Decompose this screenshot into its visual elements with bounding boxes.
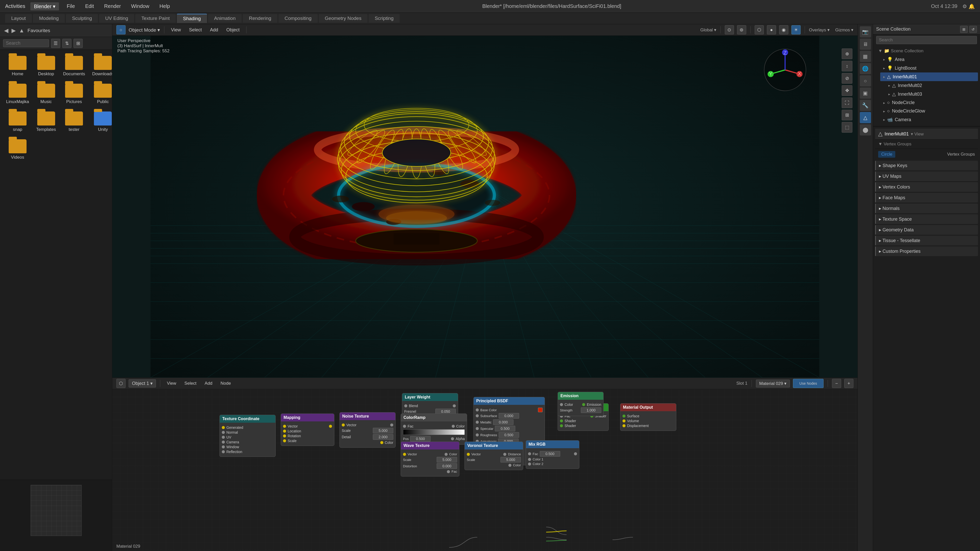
folder-home[interactable]: Home: [4, 54, 31, 79]
tab-shading[interactable]: Shading: [177, 14, 207, 23]
socket-in[interactable]: [528, 452, 531, 455]
prop-icon-output[interactable]: 🖥: [860, 38, 871, 50]
socket-out[interactable]: [222, 445, 225, 448]
node-zoom-in[interactable]: +: [844, 379, 853, 388]
render-menu[interactable]: Render: [102, 2, 124, 10]
view-tool-7[interactable]: ⬚: [842, 122, 853, 133]
value-display[interactable]: 5.000: [373, 428, 393, 433]
folder-templates[interactable]: Templates: [34, 110, 58, 134]
tab-rendering[interactable]: Rendering: [243, 14, 277, 23]
search-input[interactable]: [3, 39, 49, 47]
socket-in[interactable]: [283, 439, 286, 442]
prop-icon-world[interactable]: ○: [860, 75, 871, 86]
node-texture-coord[interactable]: Texture Coordinate Generated Normal U: [220, 415, 275, 457]
socket-out[interactable]: [222, 426, 225, 429]
snap-btn[interactable]: ⊙: [725, 25, 734, 35]
socket-out[interactable]: [447, 470, 450, 473]
prop-icon-modifier[interactable]: 🔧: [860, 100, 871, 111]
prop-header[interactable]: ▸ UV Maps: [875, 171, 978, 181]
overlays-label[interactable]: Overlays ▾: [809, 27, 830, 33]
socket-out[interactable]: [222, 436, 225, 439]
value-display[interactable]: 0.500: [410, 436, 431, 441]
blender-menu[interactable]: Blender ▾: [30, 2, 59, 11]
socket-out[interactable]: [582, 403, 585, 406]
view-tool-4[interactable]: ✥: [842, 85, 853, 96]
value-display[interactable]: 0.000: [499, 413, 519, 419]
add-menu-3d[interactable]: Add: [207, 26, 221, 34]
value-display[interactable]: 0.500: [499, 432, 519, 438]
value-display[interactable]: 0.500: [540, 451, 560, 457]
folder-videos[interactable]: Videos: [4, 137, 31, 162]
socket-out[interactable]: [445, 453, 448, 456]
socket-in[interactable]: [283, 425, 286, 428]
node-mapping[interactable]: Mapping Vector Location: [281, 413, 334, 446]
help-menu[interactable]: Help: [157, 2, 172, 10]
tree-item-camera[interactable]: ▸ 📹 Camera: [880, 115, 978, 124]
folder-snap[interactable]: snap: [4, 110, 31, 134]
node-mix-rgb[interactable]: Mix RGB Fac 0.500 Color 1: [526, 440, 579, 469]
view-tool-2[interactable]: ↕: [842, 61, 853, 71]
tab-sculpting[interactable]: Sculpting: [66, 14, 98, 23]
view-tool-6[interactable]: ⊞: [842, 110, 853, 121]
filter-btn[interactable]: ☰: [51, 39, 60, 48]
folder-tester[interactable]: tester: [61, 110, 87, 134]
value-display[interactable]: 0.000: [493, 419, 514, 425]
folder-linuxmajika[interactable]: LinuxMajika: [4, 82, 31, 106]
tree-item-innermult02[interactable]: ▸ △ InnerMult02: [885, 81, 978, 90]
color-swatch[interactable]: [538, 408, 542, 412]
node-editor-object[interactable]: Object 1 ▾: [129, 380, 156, 387]
view-tool-5[interactable]: ⛶: [842, 97, 853, 108]
socket-in[interactable]: [476, 433, 479, 437]
view-tool-3[interactable]: ⊘: [842, 73, 853, 84]
value-display[interactable]: 0.000: [437, 463, 457, 469]
socket-out[interactable]: [503, 453, 506, 456]
tab-layout[interactable]: Layout: [5, 14, 32, 23]
select-menu-3d[interactable]: Select: [186, 26, 204, 34]
rendered-btn[interactable]: ☀: [791, 25, 800, 35]
outliner-search-input[interactable]: [876, 36, 977, 44]
socket-out[interactable]: [329, 425, 332, 428]
activities-button[interactable]: Activities: [5, 3, 25, 9]
socket-out[interactable]: [452, 425, 455, 428]
socket-in[interactable]: [622, 419, 625, 422]
node-canvas[interactable]: Texture Coordinate Generated Normal U: [112, 389, 858, 551]
prop-header[interactable]: ▸ Face Maps: [875, 193, 978, 203]
colorramp-bar[interactable]: [403, 429, 465, 435]
prop-header[interactable]: ▸ Texture Space: [875, 214, 978, 224]
socket-in[interactable]: [403, 425, 406, 428]
socket-in[interactable]: [622, 414, 625, 418]
prop-header[interactable]: ▸ Custom Properties: [875, 246, 978, 256]
socket-out[interactable]: [453, 404, 456, 407]
tree-group-scene-collection[interactable]: ▼ 📁 Scene Collection: [875, 47, 978, 55]
tree-item-nodecircle[interactable]: ▸ ○ NodeCircle: [880, 98, 978, 107]
node-zoom-out[interactable]: −: [832, 379, 841, 388]
folder-public[interactable]: Public: [90, 82, 112, 106]
folder-documents[interactable]: Documents: [61, 54, 87, 79]
proportional-btn[interactable]: ⊚: [737, 25, 746, 35]
solid-btn[interactable]: ●: [767, 25, 776, 35]
prop-header[interactable]: ▸ Normals: [875, 203, 978, 213]
prop-icon-object[interactable]: ▣: [860, 87, 871, 99]
node-select-menu[interactable]: Select: [182, 380, 199, 387]
node-node-menu[interactable]: Node: [218, 380, 234, 387]
edit-menu[interactable]: Edit: [83, 2, 97, 10]
folder-music[interactable]: Music: [34, 82, 58, 106]
prop-icon-material[interactable]: ⬤: [860, 124, 871, 135]
outliner-sync-btn[interactable]: ↺: [969, 26, 977, 33]
prop-header[interactable]: ▸ Tissue - Tessellate: [875, 236, 978, 245]
value-display[interactable]: 2.000: [373, 434, 393, 440]
prop-header[interactable]: ▸ Shape Keys: [875, 161, 978, 170]
socket-in[interactable]: [476, 427, 479, 430]
socket-out[interactable]: [222, 450, 225, 453]
node-voronoi[interactable]: Voronoi Texture Vector Distance Scale 5.…: [465, 441, 523, 470]
node-add-menu[interactable]: Add: [202, 380, 215, 387]
socket-in[interactable]: [283, 430, 286, 433]
socket-in[interactable]: [403, 453, 406, 456]
tab-modeling[interactable]: Modeling: [33, 14, 65, 23]
back-icon[interactable]: ◀: [4, 27, 8, 34]
outliner-filter-btn[interactable]: ⊞: [960, 26, 968, 33]
folder-downloads[interactable]: Downloads: [90, 54, 112, 79]
tab-compositing[interactable]: Compositing: [278, 14, 318, 23]
socket-out[interactable]: [222, 441, 225, 444]
socket-in[interactable]: [560, 419, 563, 422]
